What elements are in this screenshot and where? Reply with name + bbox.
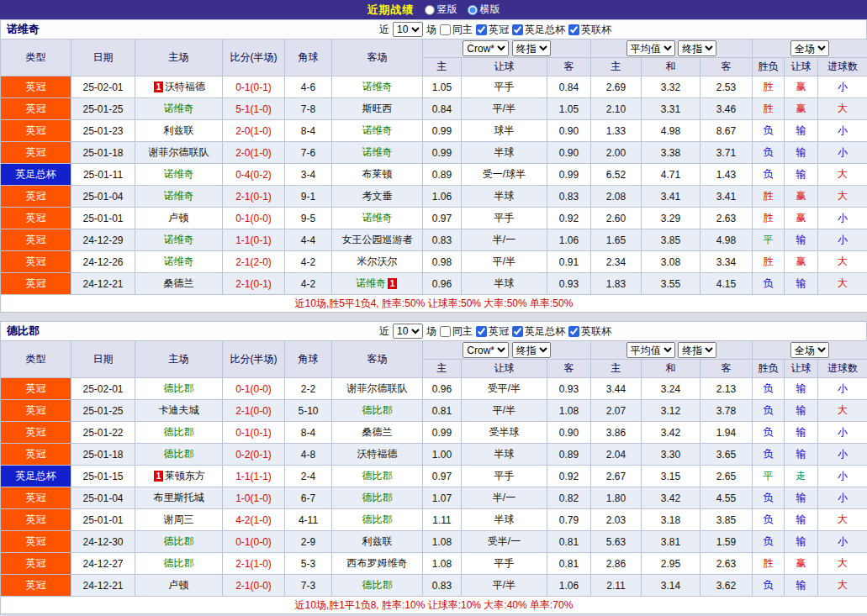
col-header-result: 胜负 (753, 360, 785, 378)
cell-avg-away: 3.41 (700, 186, 753, 208)
championship-option[interactable]: 英冠 (476, 324, 509, 339)
vertical-layout-radio[interactable] (425, 5, 435, 15)
cell-odds-handicap: 受平/半 (462, 378, 547, 400)
same-home-checkbox[interactable] (440, 326, 451, 337)
cell-odds-home: 0.84 (423, 98, 462, 120)
cell-corner: 4-8 (285, 444, 332, 466)
same-home-option[interactable]: 同主 (440, 23, 473, 37)
average-select[interactable]: 平均值 (626, 40, 675, 56)
fulltime-select[interactable]: 全场 (790, 40, 829, 56)
fa-cup-checkbox[interactable] (512, 326, 523, 337)
cell-result: 负 (753, 378, 785, 400)
league-cup-option[interactable]: 英联杯 (568, 324, 611, 339)
cell-odds-home: 1.07 (423, 487, 462, 509)
cell-score: 1-1(1-1) (223, 466, 285, 487)
col-header-home: 主场 (135, 39, 223, 76)
cell-odds-away: 0.93 (547, 273, 591, 295)
cell-avg-draw: 3.85 (642, 229, 700, 251)
fa-cup-option[interactable]: 英足总杯 (512, 324, 565, 339)
cell-goals: 大 (818, 186, 867, 208)
average-dropdown-cell: 平均值 终指 (591, 39, 753, 58)
cell-odds-handicap: 受半球 (462, 422, 547, 444)
championship-checkbox[interactable] (476, 24, 487, 35)
col-header-handicap-result: 让球 (785, 360, 818, 378)
home-team-name: 诺维奇 (164, 255, 194, 267)
league-cup-option[interactable]: 英联杯 (568, 23, 611, 37)
cell-date: 25-02-01 (71, 76, 135, 98)
championship-option[interactable]: 英冠 (476, 23, 509, 37)
cell-odds-home: 0.98 (423, 251, 462, 273)
matches-suffix-label: 场 (426, 23, 436, 37)
cell-avg-away: 1.43 (700, 164, 753, 186)
cell-avg-draw: 3.31 (642, 98, 700, 120)
col-header-date: 日期 (71, 39, 135, 76)
cell-league-type: 英冠 (1, 98, 71, 120)
cell-home-team: 利兹联 (135, 120, 223, 142)
cell-corner: 4-2 (285, 273, 332, 295)
fulltime-select[interactable]: 全场 (790, 342, 829, 358)
col-header-type: 类型 (1, 39, 71, 76)
cell-odds-away: 0.81 (547, 531, 591, 553)
odds-source-select[interactable]: Crow* (463, 40, 509, 56)
cell-avg-away: 3.71 (700, 142, 753, 164)
away-team-name: 女王公园巡游者 (342, 234, 413, 245)
cell-score: 0-1(0-1) (223, 76, 285, 98)
cell-avg-away: 2.63 (700, 553, 753, 575)
cell-odds-home: 0.81 (423, 400, 462, 422)
odds-dropdown-cell: Crow* 终指 (423, 341, 591, 360)
cell-goals: 大 (818, 400, 867, 422)
layout-option-vertical[interactable]: 竖版 (425, 3, 457, 17)
cell-score: 0-2(0-1) (223, 444, 285, 466)
cell-avg-draw: 3.38 (642, 142, 700, 164)
home-team-name: 诺维奇 (164, 234, 194, 245)
home-team-name: 谢周三 (164, 513, 194, 525)
cell-league-type: 英冠 (1, 487, 71, 509)
final-odds-select-2[interactable]: 终指 (678, 40, 716, 56)
cell-away-team: 德比郡 (332, 575, 423, 597)
table-row: 英冠24-12-26诺维奇2-1(2-0)4-2米尔沃尔0.98平/半0.912… (1, 251, 867, 273)
cell-avg-away: 8.67 (700, 120, 753, 142)
cell-odds-home: 0.97 (423, 466, 462, 487)
same-home-checkbox[interactable] (440, 24, 451, 35)
final-odds-select-2[interactable]: 终指 (678, 342, 716, 358)
cell-handicap-result: 输 (785, 400, 818, 422)
league-cup-checkbox[interactable] (568, 326, 579, 337)
cell-avg-home: 2.11 (591, 575, 642, 597)
cell-avg-home: 2.34 (591, 251, 642, 273)
cell-league-type: 英冠 (1, 142, 71, 164)
league-cup-checkbox[interactable] (568, 24, 579, 35)
layout-option-horizontal[interactable]: 横版 (468, 3, 500, 17)
final-odds-select[interactable]: 终指 (512, 40, 551, 56)
match-count-select[interactable]: 10 (393, 22, 423, 37)
cell-avg-draw: 3.08 (642, 251, 700, 273)
cell-goals: 大 (818, 251, 867, 273)
cell-goals: 大 (818, 273, 867, 295)
page-title: 近期战绩 (367, 3, 415, 18)
championship-checkbox[interactable] (476, 326, 487, 337)
fa-cup-option[interactable]: 英足总杯 (512, 23, 565, 37)
cell-avg-draw: 3.41 (642, 186, 700, 208)
cell-avg-away: 1.59 (700, 531, 753, 553)
cell-handicap-result: 输 (785, 531, 818, 553)
cell-avg-away: 4.98 (700, 229, 753, 251)
same-home-option[interactable]: 同主 (440, 324, 473, 339)
fa-cup-checkbox[interactable] (512, 24, 523, 35)
average-select[interactable]: 平均值 (626, 342, 675, 358)
horizontal-layout-radio[interactable] (468, 5, 478, 15)
cell-away-team: 考文垂 (332, 186, 423, 208)
cell-handicap-result: 输 (785, 229, 818, 251)
home-team-name: 德比郡 (164, 535, 194, 547)
cell-home-team: 诺维奇 (135, 164, 223, 186)
cell-goals: 小 (818, 142, 867, 164)
odds-source-select[interactable]: Crow* (463, 342, 509, 358)
match-count-select[interactable]: 10 (393, 324, 423, 339)
away-team-name: 诺维奇 (362, 81, 393, 92)
cell-avg-away: 3.65 (700, 444, 753, 466)
col-header-date: 日期 (71, 341, 135, 378)
table-row: 英足总杯25-01-11诺维奇0-4(0-2)3-4布莱顿0.89受一/球半0.… (1, 164, 867, 186)
final-odds-select[interactable]: 终指 (512, 342, 551, 358)
cell-avg-draw: 3.14 (642, 575, 700, 597)
home-team-name: 卢顿 (169, 212, 189, 224)
col-header-goals: 进球数 (818, 360, 867, 378)
cell-odds-away: 0.91 (547, 251, 591, 273)
